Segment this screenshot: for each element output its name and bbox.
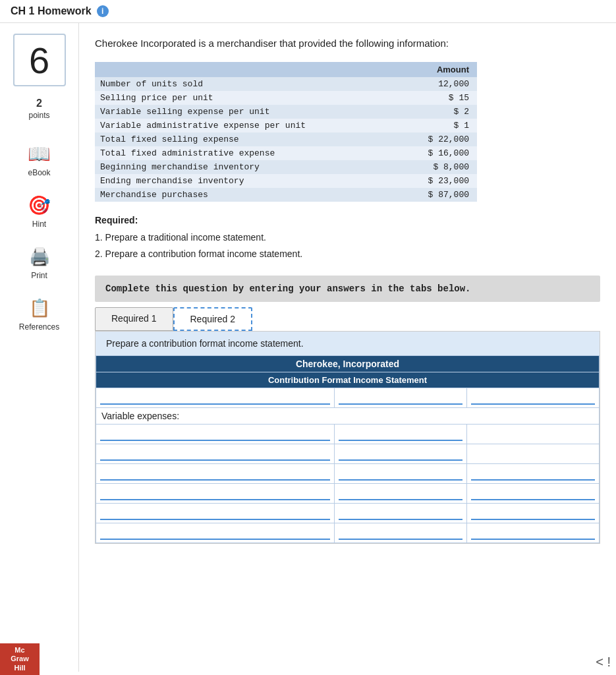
nav-arrow[interactable]: < ! bbox=[596, 655, 611, 670]
right-input-4[interactable] bbox=[471, 467, 595, 481]
question-intro: Cherokee Incorporated is a merchandiser … bbox=[95, 36, 600, 51]
table-row: Variable administrative expense per unit… bbox=[95, 119, 477, 132]
data-table: Amount Number of units sold12,000Selling… bbox=[95, 62, 477, 202]
points-label: 2 points bbox=[28, 97, 49, 121]
label-input-1[interactable] bbox=[100, 391, 330, 405]
table-cell-value: $ 23,000 bbox=[398, 174, 477, 188]
ebook-icon: 📖 bbox=[28, 143, 51, 165]
mid-input-7[interactable] bbox=[339, 526, 462, 540]
label-input-7[interactable] bbox=[100, 526, 330, 540]
table-cell-label: Beginning merchandise inventory bbox=[95, 160, 398, 174]
income-title: Contribution Format Income Statement bbox=[96, 372, 600, 388]
mid-input-2[interactable] bbox=[339, 427, 462, 441]
table-cell-label: Variable selling expense per unit bbox=[95, 105, 398, 119]
mid-input-6[interactable] bbox=[339, 506, 462, 520]
print-label: Print bbox=[31, 271, 47, 280]
hint-button[interactable]: 🎯 Hint bbox=[0, 188, 78, 234]
print-button[interactable]: 🖨️ Print bbox=[0, 239, 78, 285]
points-value: 2 bbox=[28, 97, 49, 111]
complete-instruction: Complete this question by entering your … bbox=[95, 276, 600, 302]
table-row: Ending merchandise inventory$ 23,000 bbox=[95, 174, 477, 188]
income-table: Cherokee, Incorporated Contribution Form… bbox=[96, 355, 600, 543]
label-input-4[interactable] bbox=[100, 467, 330, 481]
question-number-box: 6 bbox=[13, 34, 66, 86]
main-layout: 6 2 points 📖 eBook 🎯 Hint 🖨️ Print bbox=[0, 23, 616, 672]
income-company-row: Cherokee, Incorporated bbox=[96, 355, 600, 372]
hint-icon: 🎯 bbox=[28, 194, 51, 216]
table-cell-label: Total fixed administrative expense bbox=[95, 146, 398, 160]
right-input-7[interactable] bbox=[471, 526, 595, 540]
variable-expenses-label: Variable expenses: bbox=[96, 407, 600, 424]
table-cell-value: 12,000 bbox=[398, 77, 477, 91]
right-input-1[interactable] bbox=[471, 391, 595, 405]
table-cell-value: $ 22,000 bbox=[398, 132, 477, 146]
sidebar: 6 2 points 📖 eBook 🎯 Hint 🖨️ Print bbox=[0, 23, 79, 672]
table-cell-label: Merchandise purchases bbox=[95, 188, 398, 202]
table-row: Total fixed administrative expense$ 16,0… bbox=[95, 146, 477, 160]
table-cell-value: $ 87,000 bbox=[398, 188, 477, 202]
table-row: Selling price per unit$ 15 bbox=[95, 91, 477, 105]
page-title: CH 1 Homework bbox=[11, 5, 92, 17]
table-row bbox=[96, 388, 600, 407]
tab-content-area: Prepare a contribution format income sta… bbox=[95, 331, 600, 544]
tab-button-required-1[interactable]: Required 1 bbox=[95, 307, 173, 331]
table-row bbox=[96, 483, 600, 503]
right-input-5[interactable] bbox=[471, 486, 595, 500]
table-row: Total fixed selling expense$ 22,000 bbox=[95, 132, 477, 146]
required-label: Required: bbox=[95, 215, 600, 225]
label-input-3[interactable] bbox=[100, 447, 330, 461]
print-icon: 🖨️ bbox=[29, 247, 50, 267]
mcgraw-line3: Hill bbox=[14, 664, 25, 672]
table-row: Beginning merchandise inventory$ 8,000 bbox=[95, 160, 477, 174]
mcgraw-line2: Graw bbox=[11, 655, 29, 663]
mid-input-1[interactable] bbox=[339, 391, 462, 405]
question-number: 6 bbox=[29, 39, 49, 82]
table-cell-label: Number of units sold bbox=[95, 77, 398, 91]
label-input-2[interactable] bbox=[100, 427, 330, 441]
mcgraw-hill-logo: Mc Graw Hill bbox=[0, 643, 40, 672]
hint-label: Hint bbox=[32, 220, 46, 229]
income-title-row: Contribution Format Income Statement bbox=[96, 372, 600, 388]
top-bar: CH 1 Homework i bbox=[0, 0, 616, 23]
table-cell-label: Variable administrative expense per unit bbox=[95, 119, 398, 132]
info-icon[interactable]: i bbox=[97, 5, 109, 17]
required-items: 1. Prepare a traditional income statemen… bbox=[95, 229, 600, 262]
table-cell-value: $ 8,000 bbox=[398, 160, 477, 174]
table-cell-label: Total fixed selling expense bbox=[95, 132, 398, 146]
tabs-row: Required 1Required 2 bbox=[95, 307, 600, 331]
ebook-button[interactable]: 📖 eBook bbox=[0, 136, 78, 183]
table-row bbox=[96, 424, 600, 444]
mid-input-4[interactable] bbox=[339, 467, 462, 481]
table-cell-label: Selling price per unit bbox=[95, 91, 398, 105]
mid-input-5[interactable] bbox=[339, 486, 462, 500]
table-row: Merchandise purchases$ 87,000 bbox=[95, 188, 477, 202]
content-area: Cherokee Incorporated is a merchandiser … bbox=[79, 23, 616, 672]
table-row: Variable selling expense per unit$ 2 bbox=[95, 105, 477, 119]
table-cell-value: $ 16,000 bbox=[398, 146, 477, 160]
ebook-label: eBook bbox=[28, 168, 50, 177]
references-button[interactable]: 📋 References bbox=[0, 291, 78, 337]
variable-expenses-row: Variable expenses: bbox=[96, 407, 600, 424]
mid-input-3[interactable] bbox=[339, 447, 462, 461]
table-row bbox=[96, 503, 600, 523]
table-row bbox=[96, 444, 600, 463]
table-header: Amount bbox=[398, 62, 477, 77]
required-item: 2. Prepare a contribution format income … bbox=[95, 246, 600, 262]
table-row: Number of units sold12,000 bbox=[95, 77, 477, 91]
table-cell-value: $ 1 bbox=[398, 119, 477, 132]
label-input-5[interactable] bbox=[100, 486, 330, 500]
tab-instruction: Prepare a contribution format income sta… bbox=[96, 332, 600, 355]
table-cell-label: Ending merchandise inventory bbox=[95, 174, 398, 188]
tab-button-required-2[interactable]: Required 2 bbox=[173, 307, 253, 331]
table-row bbox=[96, 523, 600, 543]
mcgraw-line1: Mc bbox=[14, 646, 24, 655]
label-input-6[interactable] bbox=[100, 506, 330, 520]
income-table-wrap: Cherokee, Incorporated Contribution Form… bbox=[96, 355, 600, 543]
table-cell-value: $ 15 bbox=[398, 91, 477, 105]
required-item: 1. Prepare a traditional income statemen… bbox=[95, 229, 600, 246]
references-icon: 📋 bbox=[29, 298, 50, 318]
references-label: References bbox=[19, 322, 59, 332]
points-text: points bbox=[28, 111, 49, 121]
right-input-6[interactable] bbox=[471, 506, 595, 520]
table-row bbox=[96, 463, 600, 483]
